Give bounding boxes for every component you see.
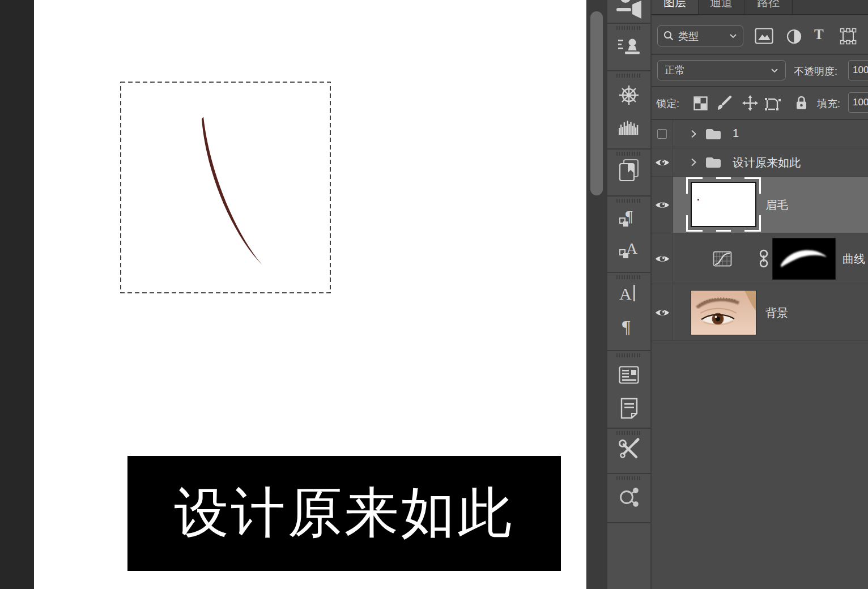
- mask-thumbnail[interactable]: [772, 238, 836, 280]
- thumb-bracket: [686, 177, 703, 194]
- filter-type-dropdown[interactable]: 类型: [657, 25, 743, 46]
- hidden-eye-box[interactable]: [657, 129, 667, 139]
- tab-paths[interactable]: 路径: [744, 0, 793, 14]
- eyebrow-hair-stroke: [202, 117, 262, 265]
- tools-icon[interactable]: [617, 438, 641, 464]
- fill-label: 填充:: [817, 97, 840, 110]
- share-nodes-icon[interactable]: [617, 485, 641, 511]
- paragraph-panel-icon[interactable]: ¶: [620, 316, 637, 339]
- layer-row-curves[interactable]: 曲线: [652, 233, 868, 284]
- lock-transparency-icon[interactable]: [693, 96, 708, 110]
- thumb-bracket: [716, 177, 731, 179]
- layer-thumbnail-photo[interactable]: [691, 290, 756, 335]
- dock-group-brush: [607, 0, 650, 23]
- visibility-cell[interactable]: [652, 120, 673, 148]
- dock-group-clone: [607, 24, 650, 70]
- layer-row-background[interactable]: 背景: [652, 284, 868, 341]
- lock-paint-icon[interactable]: [716, 95, 732, 111]
- shape-filter-icon[interactable]: [840, 28, 857, 45]
- blend-mode-value: 正常: [665, 63, 685, 77]
- chevron-down-icon: [771, 68, 778, 73]
- panel-grip-dots: [616, 26, 641, 30]
- opacity-input[interactable]: 100: [848, 60, 868, 80]
- layer-list: 1: [652, 120, 868, 341]
- eye-icon[interactable]: [655, 308, 670, 317]
- layer-name: 1: [733, 127, 739, 140]
- glyphs-card-icon[interactable]: [619, 366, 639, 386]
- panel-grip-dots: [616, 353, 641, 357]
- curves-icon[interactable]: [713, 251, 732, 267]
- eye-icon[interactable]: [655, 158, 670, 167]
- panel-grip-dots: [616, 275, 641, 279]
- folder-icon: [705, 128, 721, 140]
- layer-row-group-1[interactable]: 1: [652, 120, 868, 148]
- panel-grip-dots: [616, 431, 641, 435]
- lock-label: 锁定:: [656, 97, 679, 110]
- dock-group-type-panels: A ¶: [607, 273, 650, 350]
- thumb-bracket: [744, 215, 761, 232]
- document-canvas[interactable]: 设计原来如此: [34, 0, 586, 589]
- svg-text:A: A: [619, 284, 632, 303]
- eye-icon[interactable]: [655, 200, 670, 210]
- layer-name: 设计原来如此: [733, 155, 801, 170]
- layer-row-group-design[interactable]: 设计原来如此: [652, 148, 868, 177]
- selection-marquee: [119, 80, 334, 296]
- lock-artboard-icon[interactable]: [764, 96, 781, 112]
- panel-grip-dots: [616, 74, 641, 78]
- layer-filter-row: 类型 T: [652, 15, 868, 55]
- fill-input[interactable]: 100: [848, 92, 868, 113]
- blend-mode-select[interactable]: 正常: [657, 60, 786, 80]
- dock-group-tools: [607, 429, 650, 473]
- type-filter-icon[interactable]: T: [814, 27, 824, 42]
- tab-channels[interactable]: 通道: [699, 0, 744, 14]
- libraries-icon[interactable]: [618, 159, 640, 185]
- lock-position-icon[interactable]: [742, 95, 758, 111]
- histogram-icon[interactable]: [619, 119, 639, 137]
- filter-type-label: 类型: [678, 29, 699, 43]
- visibility-cell[interactable]: [652, 233, 673, 284]
- folder-icon: [705, 156, 721, 168]
- search-icon: [663, 31, 674, 41]
- chevron-right-icon[interactable]: [690, 157, 697, 167]
- tab-layers[interactable]: 图层: [652, 0, 699, 14]
- dock-group-nav-hist: [607, 71, 650, 148]
- visibility-cell[interactable]: [652, 177, 673, 233]
- dock-group-libraries: [607, 150, 650, 195]
- brush-settings-icon[interactable]: [615, 0, 643, 23]
- navigator-wheel-icon[interactable]: [618, 84, 640, 109]
- adjustment-filter-icon[interactable]: [786, 29, 802, 44]
- chevron-down-icon: [729, 33, 737, 39]
- dock-group-empty: [607, 523, 650, 589]
- dock-group-notes: [607, 351, 650, 428]
- pasteboard-left: [0, 0, 34, 589]
- notes-icon[interactable]: [619, 398, 639, 421]
- vertical-scrollbar-track[interactable]: [586, 0, 607, 589]
- character-panel-icon[interactable]: A: [618, 283, 640, 306]
- thumb-bracket: [716, 230, 731, 232]
- lock-row: 锁定:: [652, 87, 868, 120]
- thumbnail-hair-dot: [697, 199, 699, 200]
- dock-group-share: [607, 474, 650, 522]
- panel-grip-dots: [616, 199, 641, 203]
- pixel-filter-icon[interactable]: [755, 28, 773, 44]
- thumb-bracket: [686, 215, 703, 232]
- chevron-right-icon[interactable]: [690, 129, 697, 139]
- layer-thumbnail[interactable]: [691, 182, 756, 227]
- lock-all-icon[interactable]: [795, 95, 808, 110]
- visibility-cell[interactable]: [652, 284, 673, 340]
- link-icon[interactable]: [758, 249, 769, 269]
- banner-artwork: 设计原来如此: [127, 456, 561, 571]
- svg-text:¶: ¶: [622, 317, 631, 336]
- vertical-scrollbar-thumb[interactable]: [590, 11, 603, 195]
- layer-row-eyebrow[interactable]: 眉毛: [652, 177, 868, 233]
- panel-grip-dots: [616, 152, 641, 156]
- layer-name: 曲线: [843, 251, 865, 267]
- character-styles-icon[interactable]: A: [619, 237, 639, 262]
- paragraph-styles-icon[interactable]: ¶: [619, 206, 639, 231]
- tab-bar-spacer: [793, 0, 868, 14]
- visibility-cell[interactable]: [652, 148, 673, 176]
- clone-source-icon[interactable]: [618, 36, 640, 60]
- banner-text: 设计原来如此: [175, 477, 514, 550]
- eye-icon[interactable]: [655, 254, 670, 263]
- thumb-bracket: [744, 177, 761, 194]
